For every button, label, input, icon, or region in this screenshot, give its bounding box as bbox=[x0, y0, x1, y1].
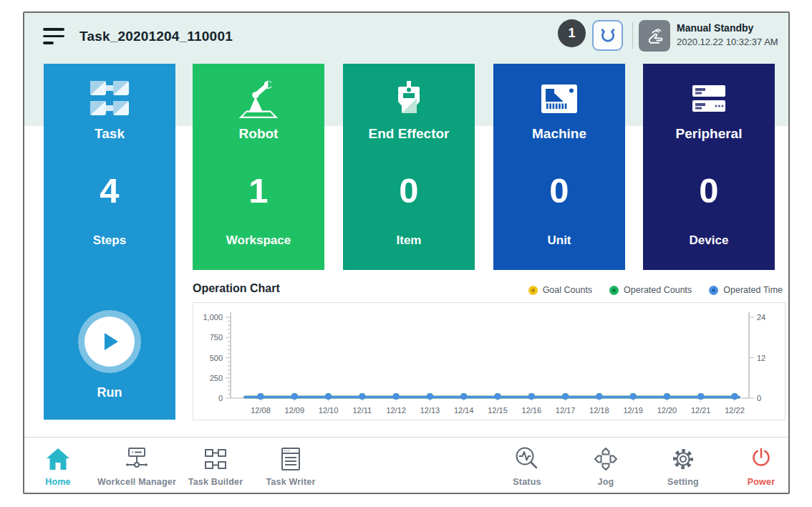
card-value: 0 bbox=[493, 170, 625, 211]
peripheral-icon bbox=[643, 78, 775, 120]
svg-text:1,000: 1,000 bbox=[203, 313, 223, 322]
run-button-circle bbox=[84, 317, 135, 367]
nav-task-writer[interactable]: Task Writer bbox=[237, 443, 344, 487]
svg-text:0: 0 bbox=[218, 394, 223, 402]
app-window: Task_20201204_110001 1 Manual Standby 20… bbox=[23, 11, 790, 494]
robot-mode-status: Manual Standby 2020.12.22 10:32:37 AM bbox=[677, 22, 778, 47]
end-effector-icon bbox=[343, 78, 475, 120]
mode-datetime: 2020.12.22 10:32:37 AM bbox=[677, 37, 778, 47]
svg-text:12/08: 12/08 bbox=[251, 406, 271, 415]
svg-text:12/10: 12/10 bbox=[319, 406, 339, 415]
nav-divider bbox=[24, 437, 788, 438]
card-value: 0 bbox=[643, 170, 775, 211]
page-title: Task_20201204_110001 bbox=[79, 29, 233, 44]
svg-text:12/21: 12/21 bbox=[691, 406, 711, 415]
legend-item: Operated Counts bbox=[609, 285, 692, 295]
svg-text:12: 12 bbox=[757, 354, 765, 362]
card-unit: Item bbox=[343, 233, 475, 248]
svg-text:250: 250 bbox=[210, 374, 223, 382]
mode-title: Manual Standby bbox=[677, 22, 778, 34]
svg-text:12/12: 12/12 bbox=[386, 406, 406, 415]
manual-mode-button[interactable] bbox=[639, 20, 670, 52]
legend-dot bbox=[528, 286, 538, 295]
svg-text:12/19: 12/19 bbox=[623, 406, 643, 415]
svg-text:750: 750 bbox=[210, 333, 223, 342]
card-machine[interactable]: Machine 0 Unit bbox=[493, 64, 625, 270]
svg-text:500: 500 bbox=[210, 354, 223, 362]
run-label: Run bbox=[44, 385, 175, 400]
gripper-toggle-button[interactable] bbox=[592, 20, 623, 51]
card-robot[interactable]: Robot 1 Workspace bbox=[193, 64, 324, 270]
legend-label: Goal Counts bbox=[543, 285, 592, 295]
svg-text:24: 24 bbox=[757, 313, 765, 322]
card-value: 4 bbox=[44, 170, 175, 211]
nav-label: Power bbox=[707, 477, 812, 487]
chart-title: Operation Chart bbox=[193, 282, 280, 295]
svg-text:12/20: 12/20 bbox=[657, 406, 677, 415]
chart-legend: Goal CountsOperated CountsOperated Time bbox=[528, 285, 783, 295]
card-task[interactable]: Task 4 Steps Run bbox=[44, 64, 175, 420]
legend-item: Goal Counts bbox=[528, 285, 592, 295]
task-writer-icon bbox=[237, 443, 344, 473]
svg-text:12/22: 12/22 bbox=[725, 406, 745, 415]
play-icon bbox=[99, 331, 120, 352]
svg-text:0: 0 bbox=[757, 394, 761, 402]
machine-icon bbox=[493, 78, 625, 120]
card-unit: Steps bbox=[44, 233, 175, 248]
svg-text:12/13: 12/13 bbox=[420, 406, 440, 415]
card-label: Machine bbox=[493, 126, 625, 142]
legend-item: Operated Time bbox=[709, 285, 783, 295]
card-label: End Effector bbox=[343, 126, 475, 142]
card-value: 0 bbox=[343, 170, 475, 211]
svg-text:12/17: 12/17 bbox=[556, 406, 576, 415]
legend-dot bbox=[609, 286, 619, 295]
card-label: Task bbox=[44, 126, 175, 142]
power-icon bbox=[707, 443, 812, 473]
legend-label: Operated Counts bbox=[624, 285, 692, 295]
card-label: Peripheral bbox=[643, 126, 775, 142]
card-end-effector[interactable]: End Effector 0 Item bbox=[343, 64, 475, 270]
task-icon bbox=[44, 78, 175, 120]
nav-power[interactable]: Power bbox=[707, 443, 812, 487]
header-divider bbox=[632, 22, 633, 49]
legend-label: Operated Time bbox=[723, 285, 783, 295]
hand-icon bbox=[644, 25, 665, 47]
svg-text:12/09: 12/09 bbox=[285, 406, 305, 415]
svg-text:12/11: 12/11 bbox=[352, 406, 372, 415]
nav-label: Task Writer bbox=[237, 477, 344, 487]
card-value: 1 bbox=[193, 170, 324, 211]
svg-text:12/15: 12/15 bbox=[488, 406, 508, 415]
legend-dot bbox=[709, 286, 718, 295]
svg-text:12/18: 12/18 bbox=[589, 406, 609, 415]
svg-text:12/16: 12/16 bbox=[522, 406, 542, 415]
card-peripheral[interactable]: Peripheral 0 Device bbox=[643, 64, 775, 270]
svg-text:12/14: 12/14 bbox=[454, 406, 474, 415]
card-label: Robot bbox=[193, 126, 324, 142]
gripper-icon bbox=[596, 24, 620, 48]
operation-chart: 02505007501,0000122412/0812/0912/1012/11… bbox=[193, 302, 786, 420]
operation-chart-canvas: 02505007501,0000122412/0812/0912/1012/11… bbox=[193, 303, 785, 420]
card-unit: Device bbox=[643, 233, 775, 248]
robot-icon bbox=[193, 78, 324, 120]
menu-button[interactable] bbox=[43, 28, 66, 47]
annotation-badge: 1 bbox=[558, 19, 586, 47]
card-unit: Workspace bbox=[193, 233, 324, 248]
run-button[interactable] bbox=[78, 310, 141, 373]
card-unit: Unit bbox=[493, 233, 625, 248]
